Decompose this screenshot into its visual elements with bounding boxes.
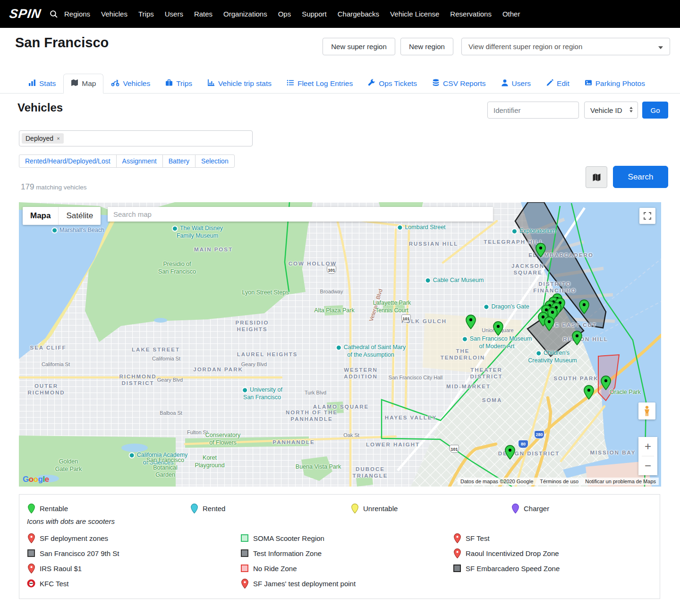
- legend-marker: [453, 548, 461, 558]
- tab-label: Vehicles: [123, 79, 150, 88]
- nav-item-users[interactable]: Users: [165, 10, 183, 18]
- legend-marker: [511, 504, 519, 513]
- tab-csv-reports[interactable]: CSV Reports: [425, 74, 493, 94]
- nav-item-rates[interactable]: Rates: [194, 10, 212, 18]
- updown-icon: [629, 106, 633, 114]
- tab-ops-tickets[interactable]: Ops Tickets: [360, 74, 425, 94]
- map-geography: [19, 202, 661, 487]
- legend-label: Unrentable: [363, 505, 398, 513]
- legend-label: SF deployment zones: [40, 534, 108, 542]
- terms-link[interactable]: Términos de uso: [540, 479, 578, 484]
- map-attribution: Datos de mapas ©2020 Google Términos de …: [458, 478, 659, 485]
- vehicle-id-select[interactable]: Vehicle ID: [584, 102, 638, 119]
- vehicle-pin[interactable]: [579, 299, 589, 316]
- legend-marker: [27, 533, 35, 543]
- attribution-data: Datos de mapas ©2020 Google: [460, 479, 533, 484]
- filter-button-assignment[interactable]: Assignment: [116, 154, 163, 168]
- map-type-map-button[interactable]: Mapa: [23, 207, 58, 225]
- zone-square: [453, 565, 461, 572]
- legend-zone-no-ride-zone: No Ride Zone: [240, 562, 453, 574]
- nav-item-chargebacks[interactable]: Chargebacks: [338, 10, 379, 18]
- legend-zone-irs-raoul-1: IRS Raoul $1: [27, 562, 240, 574]
- tab-parking-photos[interactable]: Parking Photos: [577, 74, 653, 94]
- tab-vehicles[interactable]: Vehicles: [103, 74, 158, 94]
- zone-square: [241, 549, 248, 557]
- tab-users[interactable]: Users: [493, 74, 538, 94]
- nav-item-ops[interactable]: Ops: [278, 10, 291, 18]
- tab-vehicle-trip-stats[interactable]: Vehicle trip stats: [200, 74, 279, 94]
- nav-item-other[interactable]: Other: [502, 10, 520, 18]
- nav-item-organizations[interactable]: Organizations: [223, 10, 267, 18]
- filter-button-rented-heard-deployed-lost[interactable]: Rented/Heard/Deployed/Lost: [19, 154, 117, 168]
- legend-label: SF Test: [466, 534, 490, 542]
- count-value: 179: [21, 182, 34, 191]
- tab-label: Parking Photos: [595, 79, 645, 88]
- vehicle-pin[interactable]: [493, 321, 503, 338]
- filter-button-selection[interactable]: Selection: [195, 154, 235, 168]
- legend-label: Raoul Incentivized Drop Zone: [466, 549, 559, 557]
- legend-marker: [27, 579, 35, 588]
- legend-label: SF Embarcadero Speed Zone: [466, 565, 560, 573]
- legend-zone-empty: [453, 577, 652, 590]
- status-chip-label: Deployed: [26, 135, 53, 142]
- tab-label: Ops Tickets: [379, 79, 417, 88]
- filter-button-battery[interactable]: Battery: [162, 154, 196, 168]
- spin-logo[interactable]: SPIN: [8, 7, 42, 21]
- map-search-input[interactable]: [108, 207, 493, 222]
- status-multiselect[interactable]: Deployed ×: [19, 130, 253, 146]
- region-select[interactable]: View different super region or region: [461, 38, 670, 55]
- pegman-icon: [643, 405, 651, 417]
- nav-item-reservations[interactable]: Reservations: [450, 10, 492, 18]
- legend-label: SOMA Scooter Region: [253, 534, 324, 542]
- vehicle-pin[interactable]: [584, 385, 594, 402]
- legend-marker: [453, 533, 461, 543]
- user-icon: [501, 79, 509, 88]
- search-button[interactable]: Search: [613, 166, 668, 188]
- scooter-icon: [111, 79, 119, 88]
- tab-label: CSV Reports: [443, 79, 485, 88]
- vehicle-pin[interactable]: [536, 243, 546, 259]
- map-canvas[interactable]: Marshall's BeachThe Walt Disney Family M…: [19, 202, 661, 487]
- zone-square: [241, 565, 248, 572]
- tab-trips[interactable]: Trips: [158, 74, 200, 94]
- vehicle-pin[interactable]: [572, 331, 582, 347]
- tab-label: Map: [82, 79, 96, 88]
- legend-label: Charger: [524, 505, 549, 513]
- tab-label: Vehicle trip stats: [218, 79, 272, 88]
- legend-status-rentable: Rentable: [27, 502, 190, 514]
- chip-remove-icon[interactable]: ×: [57, 136, 60, 141]
- pegman-button[interactable]: [638, 402, 655, 419]
- go-button[interactable]: Go: [642, 102, 668, 119]
- vehicle-pin[interactable]: [505, 445, 515, 462]
- legend-label: KFC Test: [40, 580, 68, 588]
- report-problem-link[interactable]: Notificar un problema de Maps: [585, 479, 656, 484]
- nav-item-support[interactable]: Support: [302, 10, 327, 18]
- nav-item-vehicle-license[interactable]: Vehicle License: [390, 10, 439, 18]
- fullscreen-button[interactable]: [639, 208, 655, 224]
- map-view-toggle-button[interactable]: [586, 166, 607, 188]
- legend-zone-sf-deployment-zones: SF deployment zones: [27, 532, 240, 544]
- nav-item-vehicles[interactable]: Vehicles: [101, 10, 128, 18]
- tab-label: Users: [512, 79, 531, 88]
- tab-fleet-log-entries[interactable]: Fleet Log Entries: [279, 74, 360, 94]
- vehicles-section-title: Vehicles: [17, 101, 63, 114]
- new-super-region-button[interactable]: New super region: [323, 38, 395, 55]
- tab-stats[interactable]: Stats: [21, 74, 63, 94]
- database-icon: [432, 79, 440, 88]
- identifier-input[interactable]: [487, 102, 579, 119]
- tab-edit[interactable]: Edit: [538, 74, 577, 94]
- vehicle-pin[interactable]: [466, 315, 476, 331]
- vehicle-pin[interactable]: [544, 317, 554, 333]
- tab-map[interactable]: Map: [63, 74, 103, 94]
- vehicle-pin[interactable]: [601, 376, 611, 392]
- zoom-in-button[interactable]: +: [638, 437, 657, 456]
- nav-item-trips[interactable]: Trips: [138, 10, 154, 18]
- legend-zone-sf-test: SF Test: [453, 532, 652, 544]
- new-region-button[interactable]: New region: [400, 38, 453, 55]
- map-type-satellite-button[interactable]: Satélite: [58, 207, 101, 225]
- nav-item-regions[interactable]: Regions: [64, 10, 90, 18]
- legend-label: Test Information Zone: [253, 549, 322, 557]
- search-icon[interactable]: [50, 10, 58, 18]
- legend-marker: [240, 565, 249, 572]
- zoom-out-button[interactable]: −: [638, 456, 657, 475]
